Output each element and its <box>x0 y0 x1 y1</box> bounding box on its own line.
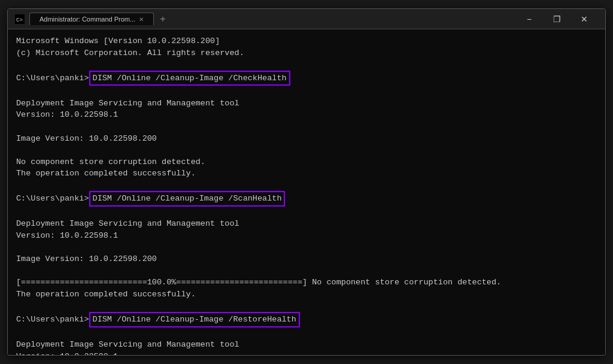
title-bar-left: C> Administrator: Command Prom... ✕ + <box>15 13 511 26</box>
console-text-line: The operation completed successfully. <box>16 168 597 180</box>
cmd-icon: C> <box>15 14 25 24</box>
console-prompt-line: C:\Users\panki>DISM /Online /Cleanup-Ima… <box>16 312 597 327</box>
console-empty-line <box>16 265 597 277</box>
prompt-command: DISM /Online /Cleanup-Image /CheckHealth <box>89 71 290 86</box>
console-text-line: Version: 10.0.22598.1 <box>16 351 597 355</box>
minimize-button[interactable]: − <box>515 10 543 28</box>
console-empty-line <box>16 121 597 133</box>
close-button[interactable]: ✕ <box>570 10 598 28</box>
console-prompt-line: C:\Users\panki>DISM /Online /Cleanup-Ima… <box>16 71 597 86</box>
svg-text:C>: C> <box>16 17 23 23</box>
prompt-prefix: C:\Users\panki> <box>16 72 89 84</box>
console-text-line: Version: 10.0.22598.1 <box>16 109 597 121</box>
tab-label: Administrator: Command Prom... <box>40 16 135 23</box>
title-bar: C> Administrator: Command Prom... ✕ + − … <box>8 9 605 29</box>
console-empty-line <box>16 180 597 192</box>
console-empty-line <box>16 144 597 156</box>
console-output[interactable]: Microsoft Windows [Version 10.0.22598.20… <box>8 29 605 355</box>
console-text-line: No component store corruption detected. <box>16 156 597 168</box>
prompt-command: DISM /Online /Cleanup-Image /ScanHealth <box>89 191 286 207</box>
console-text-line: (c) Microsoft Corporation. All rights re… <box>16 47 597 59</box>
new-tab-button[interactable]: + <box>155 13 170 26</box>
console-text-line: [==========================100.0%=======… <box>16 277 597 289</box>
prompt-prefix: C:\Users\panki> <box>16 314 89 326</box>
console-text-line: Deployment Image Servicing and Managemen… <box>16 218 597 230</box>
prompt-command: DISM /Online /Cleanup-Image /RestoreHeal… <box>89 312 300 327</box>
console-text-line: Deployment Image Servicing and Managemen… <box>16 339 597 351</box>
console-empty-line <box>16 59 597 71</box>
tab-bar: Administrator: Command Prom... ✕ + <box>29 13 171 26</box>
console-empty-line <box>16 242 597 254</box>
prompt-prefix: C:\Users\panki> <box>16 193 89 205</box>
console-empty-line <box>16 86 597 98</box>
console-text-line: Deployment Image Servicing and Managemen… <box>16 98 597 110</box>
console-text-line: Version: 10.0.22598.1 <box>16 230 597 242</box>
console-text-line: Image Version: 10.0.22598.200 <box>16 253 597 265</box>
window-controls: − ❐ ✕ <box>515 10 598 28</box>
tab-close-icon[interactable]: ✕ <box>139 16 144 23</box>
maximize-button[interactable]: ❐ <box>543 10 570 28</box>
console-text-line: The operation completed successfully. <box>16 289 597 301</box>
console-prompt-line: C:\Users\panki>DISM /Online /Cleanup-Ima… <box>16 191 597 207</box>
cmd-window: C> Administrator: Command Prom... ✕ + − … <box>7 8 606 356</box>
console-text-line: Image Version: 10.0.22598.200 <box>16 133 597 145</box>
console-empty-line <box>16 300 597 312</box>
console-empty-line <box>16 207 597 219</box>
console-text-line: Microsoft Windows [Version 10.0.22598.20… <box>16 35 597 47</box>
tab-cmd[interactable]: Administrator: Command Prom... ✕ <box>29 13 154 25</box>
console-empty-line <box>16 327 597 339</box>
